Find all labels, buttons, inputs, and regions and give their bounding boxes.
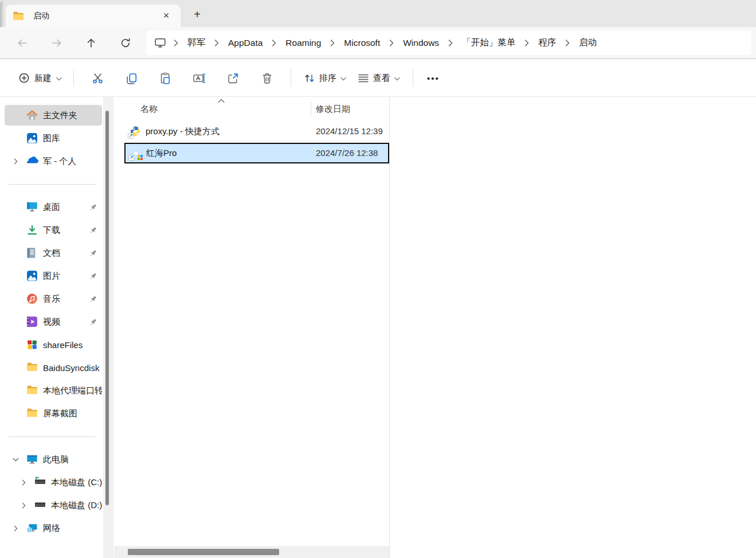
chevron-right-icon[interactable] xyxy=(5,158,26,165)
chevron-down-icon[interactable] xyxy=(5,458,26,462)
tab-title: 启动 xyxy=(33,11,49,21)
file-row[interactable]: ↗ proxy.py - 快捷方式 2024/12/15 12:39 xyxy=(114,121,389,142)
breadcrumb-chevron-icon[interactable] xyxy=(174,40,178,46)
new-button-label: 新建 xyxy=(34,73,52,84)
sidebar-item-label: 网络 xyxy=(43,523,60,534)
horizontal-scrollbar-thumb[interactable] xyxy=(128,549,279,555)
toolbar-divider xyxy=(291,69,291,87)
breadcrumb-item[interactable]: 郭军 xyxy=(186,35,207,50)
plus-circle-icon xyxy=(18,72,30,84)
forward-button[interactable] xyxy=(49,35,65,51)
sidebar-item-label: 本地代理端口转 xyxy=(43,385,102,396)
up-button[interactable] xyxy=(83,35,99,51)
downloads-icon xyxy=(26,224,38,236)
more-options-button[interactable]: ••• xyxy=(420,68,446,88)
cut-button[interactable] xyxy=(81,67,115,89)
refresh-button[interactable] xyxy=(117,35,134,51)
trash-icon xyxy=(261,72,273,84)
column-separator[interactable] xyxy=(311,102,311,117)
rename-icon xyxy=(193,72,206,84)
sidebar-item-desktop[interactable]: 桌面 xyxy=(5,197,102,217)
sidebar-item-gallery[interactable]: 图库 xyxy=(5,128,102,149)
chevron-right-icon[interactable] xyxy=(13,502,34,509)
folder-icon xyxy=(26,385,38,396)
videos-icon xyxy=(26,316,38,327)
breadcrumb-item[interactable]: 「开始」菜单 xyxy=(460,35,517,50)
sidebar-item-label: shareFiles xyxy=(43,340,83,350)
sidebar-item-baidusyncdisk[interactable]: BaiduSyncdisk xyxy=(5,357,102,378)
share-button[interactable] xyxy=(216,67,250,89)
view-button[interactable]: 查看 xyxy=(352,69,406,87)
sidebar-item-documents[interactable]: 文档 xyxy=(5,243,102,263)
sidebar-item-sharefiles[interactable]: shareFiles xyxy=(5,334,102,355)
navigation-sidebar: 主文件夹 图库 军 - 个人 桌面 下载 xyxy=(0,97,103,558)
sidebar-item-local-proxy-folder[interactable]: 本地代理端口转 xyxy=(5,380,102,401)
redsea-shortcut-icon: ↗ xyxy=(130,147,142,159)
breadcrumb-chevron-icon[interactable] xyxy=(448,40,453,46)
sidebar-item-pictures[interactable]: 图片 xyxy=(5,266,102,286)
breadcrumb-item[interactable]: AppData xyxy=(226,36,264,50)
column-header-name[interactable]: 名称 xyxy=(140,104,158,115)
rename-button[interactable] xyxy=(182,67,216,89)
column-header-date[interactable]: 修改日期 xyxy=(316,104,350,115)
sidebar-item-label: 图库 xyxy=(43,133,60,144)
copy-button[interactable] xyxy=(115,67,148,89)
sidebar-item-network[interactable]: 网络 xyxy=(5,518,102,539)
breadcrumb-chevron-icon[interactable] xyxy=(524,40,529,46)
new-button[interactable]: 新建 xyxy=(14,69,66,87)
view-lines-icon xyxy=(358,73,369,83)
sort-ascending-icon xyxy=(218,99,225,103)
breadcrumb-chevron-icon[interactable] xyxy=(272,40,276,46)
folder-icon xyxy=(26,408,38,419)
sidebar-item-label: 视频 xyxy=(43,317,60,327)
sidebar-item-drive-d[interactable]: 本地磁盘 (D:) xyxy=(5,495,102,516)
computer-icon[interactable] xyxy=(154,37,166,48)
breadcrumb-item[interactable]: Roaming xyxy=(284,36,323,50)
new-tab-button[interactable]: + xyxy=(190,7,205,22)
shortcut-arrow-icon: ↗ xyxy=(128,155,134,161)
breadcrumb-chevron-icon[interactable] xyxy=(214,40,219,46)
breadcrumb-chevron-icon[interactable] xyxy=(565,40,570,46)
sidebar-scrollbar[interactable] xyxy=(103,97,113,558)
chevron-right-icon[interactable] xyxy=(5,525,26,532)
breadcrumb-chevron-icon[interactable] xyxy=(330,40,335,46)
breadcrumb-item[interactable]: 程序 xyxy=(536,35,558,50)
file-name: proxy.py - 快捷方式 xyxy=(146,126,220,137)
folder-icon xyxy=(26,362,38,373)
breadcrumb-chevron-icon[interactable] xyxy=(389,40,394,46)
back-button[interactable] xyxy=(14,35,30,51)
sidebar-item-screenshots[interactable]: 屏幕截图 xyxy=(5,403,102,424)
sidebar-item-label: 本地磁盘 (C:) xyxy=(51,477,102,488)
pin-icon xyxy=(89,226,97,234)
toolbar-divider xyxy=(73,69,74,87)
up-arrow-icon xyxy=(85,37,97,49)
drive-d-icon xyxy=(34,500,46,511)
sidebar-item-downloads[interactable]: 下载 xyxy=(5,220,102,240)
documents-icon xyxy=(26,247,38,259)
file-name: 红海Pro xyxy=(146,148,177,159)
pin-icon xyxy=(89,318,97,326)
delete-button[interactable] xyxy=(250,67,284,89)
sidebar-item-this-pc[interactable]: 此电脑 xyxy=(5,449,102,470)
sidebar-item-home[interactable]: 主文件夹 xyxy=(5,105,102,126)
sort-button[interactable]: 排序 xyxy=(298,69,352,87)
sidebar-item-onedrive[interactable]: 军 - 个人 xyxy=(5,151,102,171)
file-row-selected[interactable]: ↗ 红海Pro 2024/7/26 12:38 xyxy=(124,143,389,163)
breadcrumb-item[interactable]: Windows xyxy=(401,36,441,50)
desktop-icon xyxy=(26,201,38,213)
breadcrumb-item[interactable]: Microsoft xyxy=(342,36,382,50)
sidebar-item-videos[interactable]: 视频 xyxy=(5,311,102,332)
tab-close-button[interactable]: × xyxy=(159,9,174,24)
explorer-tab[interactable]: 启动 × xyxy=(6,5,181,27)
sidebar-item-music[interactable]: 音乐 xyxy=(5,288,102,309)
breadcrumb-item[interactable]: 启动 xyxy=(577,35,598,50)
scissors-icon xyxy=(92,72,104,84)
paste-button[interactable] xyxy=(148,67,182,89)
chevron-right-icon[interactable] xyxy=(13,479,34,486)
horizontal-scrollbar[interactable] xyxy=(114,546,389,558)
sidebar-scrollbar-thumb[interactable] xyxy=(105,111,109,505)
sidebar-item-drive-c[interactable]: 本地磁盘 (C:) xyxy=(5,472,102,493)
navigation-bar: 郭军 AppData Roaming Microsoft Windows 「开始… xyxy=(0,27,756,59)
copy-icon xyxy=(126,72,138,84)
sidebar-item-label: 下载 xyxy=(43,225,60,236)
